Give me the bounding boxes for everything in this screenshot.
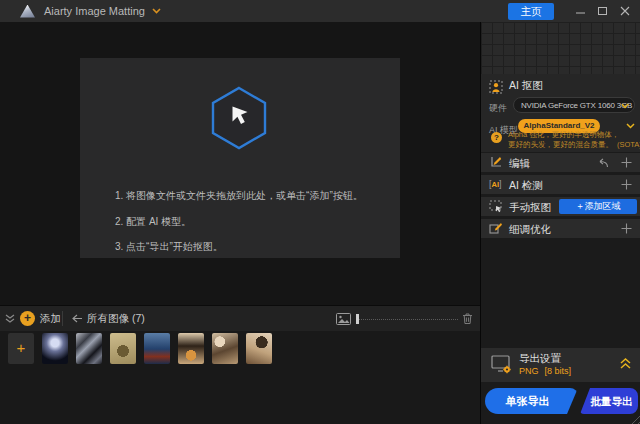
divider — [62, 311, 63, 326]
slider-handle[interactable] — [356, 314, 359, 324]
manual-matting-title: 手动抠图 — [509, 201, 551, 215]
all-images-filter[interactable]: 所有图像 (7) — [87, 312, 145, 326]
ai-matting-section: AI 抠图 硬件 NVIDIA GeForce GTX 1060 3GB AI … — [481, 74, 640, 152]
export-settings-title: 导出设置 — [519, 352, 561, 366]
manual-marquee-cursor-icon — [489, 200, 503, 213]
collapse-panel-icon[interactable] — [5, 314, 15, 324]
add-images-plus-icon[interactable]: + — [20, 311, 35, 326]
drop-zone[interactable]: 1. 将图像文件或文件夹拖放到此处，或单击“添加”按钮。 2. 配置 AI 模型… — [80, 58, 400, 258]
double-chevron-up-icon[interactable] — [620, 358, 631, 369]
minimize-button[interactable] — [570, 2, 592, 20]
instruction-line: 2. 配置 AI 模型。 — [115, 215, 191, 229]
home-button[interactable]: 主页 — [508, 3, 554, 20]
maximize-button[interactable] — [592, 2, 614, 20]
chevron-down-icon — [621, 103, 629, 109]
app-menu-chevron-down-icon[interactable] — [152, 8, 161, 14]
thumbnail-woman-portrait-flowers[interactable] — [246, 333, 272, 364]
export-single-button[interactable]: 单张导出 — [485, 388, 578, 414]
arrow-left-icon[interactable] — [71, 314, 83, 323]
trash-icon[interactable] — [461, 312, 474, 325]
slider-track[interactable] — [356, 319, 458, 320]
export-settings-row[interactable]: 导出设置 PNG[8 bits] — [481, 348, 640, 382]
settings-sidebar: AI 抠图 硬件 NVIDIA GeForce GTX 1060 3GB AI … — [480, 22, 640, 424]
export-monitor-gear-icon — [491, 355, 513, 374]
model-description-line2: 更好的头发，更好的混合质量。(SOTA) — [508, 140, 640, 150]
add-region-button[interactable]: ＋添加区域 — [559, 199, 637, 214]
bit-depth: [8 bits] — [545, 366, 572, 376]
hardware-value: NVIDIA GeForce GTX 1060 3GB — [521, 101, 632, 110]
ai-matting-title: AI 抠图 — [509, 79, 543, 93]
sota-tag: (SOTA) — [617, 140, 640, 149]
thumbnail-woman-in-flowers[interactable] — [212, 333, 238, 364]
thumbnail-bicycle-flowers[interactable] — [110, 333, 136, 364]
edit-section-row[interactable]: 编辑 — [481, 153, 640, 172]
ai-detect-title: AI 检测 — [509, 179, 543, 193]
add-image-tile[interactable]: + — [8, 333, 34, 364]
hexagon-cursor-icon — [210, 86, 268, 150]
hardware-label: 硬件 — [489, 102, 507, 115]
export-format: PNG[8 bits] — [519, 366, 571, 376]
model-description-line1: Alpha 强化，更好的半透明物体， — [508, 130, 619, 140]
preview-canvas: 1. 将图像文件或文件夹拖放到此处，或单击“添加”按钮。 2. 配置 AI 模型… — [0, 22, 480, 305]
app-title: Aiarty Image Matting — [44, 5, 145, 17]
edit-title: 编辑 — [509, 157, 530, 171]
manual-matting-section-row[interactable]: 手动抠图 ＋添加区域 — [481, 197, 640, 216]
gallery-panel: + 添加 所有图像 (7) + — [0, 305, 480, 424]
edit-crop-pen-icon — [489, 156, 502, 169]
titlebar: Aiarty Image Matting 主页 — [0, 0, 640, 22]
export-batch-button[interactable]: 批量导出 — [580, 388, 638, 414]
chevron-down-icon[interactable] — [626, 123, 635, 129]
expand-plus-icon[interactable] — [621, 223, 632, 234]
expand-plus-icon[interactable] — [621, 157, 632, 168]
hardware-dropdown[interactable]: NVIDIA GeForce GTX 1060 3GB — [513, 97, 635, 113]
ai-detect-section-row[interactable]: [AI] AI 检测 — [481, 175, 640, 194]
close-button[interactable] — [614, 2, 636, 20]
thumbnail-metal-shards[interactable] — [76, 333, 102, 364]
fine-tune-title: 细调优化 — [509, 223, 551, 237]
ai-matting-person-marquee-icon — [489, 80, 503, 94]
instruction-line: 1. 将图像文件或文件夹拖放到此处，或单击“添加”按钮。 — [115, 189, 363, 203]
thumbnail-strip: + — [8, 333, 272, 364]
app-window: Aiarty Image Matting 主页 1. 将图像文件或文件夹拖放到此… — [0, 0, 640, 424]
fine-tune-pen-box-icon — [489, 222, 502, 235]
undo-icon[interactable] — [597, 157, 609, 168]
picture-icon — [336, 313, 351, 325]
thumbnail-jellyfish[interactable] — [42, 333, 68, 364]
fine-tune-section-row[interactable]: 细调优化 — [481, 219, 640, 238]
app-logo-icon — [20, 5, 35, 18]
ai-detect-icon: [AI] — [489, 179, 502, 189]
expand-plus-icon[interactable] — [621, 179, 632, 190]
instruction-line: 3. 点击“导出”开始抠图。 — [115, 240, 223, 254]
thumbnail-size-slider[interactable] — [356, 314, 458, 324]
add-images-button[interactable]: 添加 — [40, 312, 61, 326]
help-icon[interactable]: ? — [491, 132, 502, 143]
gallery-toolbar: + 添加 所有图像 (7) — [0, 305, 480, 331]
transparency-checker-pattern — [481, 22, 640, 74]
thumbnail-woman-with-bouquet[interactable] — [178, 333, 204, 364]
thumbnail-woman-red-dress-forest[interactable] — [144, 333, 170, 364]
